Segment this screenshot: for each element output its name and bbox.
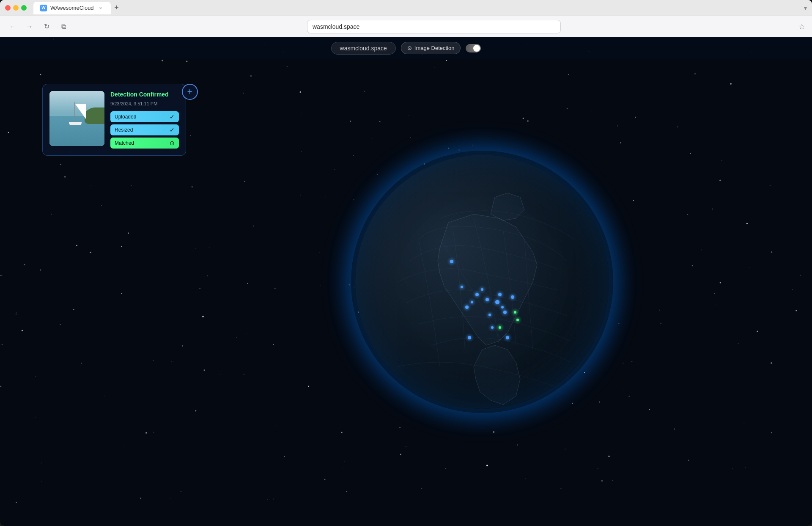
- close-traffic-light[interactable]: [5, 5, 11, 11]
- minimize-traffic-light[interactable]: [13, 5, 19, 11]
- new-tab-button[interactable]: +: [111, 2, 123, 14]
- svg-point-186: [105, 225, 105, 225]
- svg-point-167: [301, 113, 302, 113]
- back-button[interactable]: ←: [7, 21, 19, 33]
- address-bar[interactable]: wasmcloud.space: [307, 20, 561, 33]
- svg-point-78: [665, 176, 666, 177]
- svg-point-226: [749, 267, 749, 268]
- svg-point-170: [800, 275, 801, 275]
- svg-point-100: [674, 428, 675, 430]
- svg-point-150: [273, 344, 274, 345]
- svg-point-58: [434, 67, 435, 67]
- globe-dot: [495, 300, 499, 304]
- svg-point-45: [364, 91, 365, 92]
- status-pills: Uploaded ✓ Resized ✓ Matched ⊙: [110, 111, 179, 149]
- tabs-button[interactable]: ⧉: [58, 21, 69, 33]
- svg-point-24: [486, 465, 488, 466]
- svg-point-219: [16, 502, 16, 503]
- matched-search-icon: ⊙: [170, 140, 175, 146]
- svg-point-158: [421, 488, 422, 489]
- svg-point-224: [612, 480, 612, 481]
- svg-point-14: [771, 362, 772, 364]
- svg-point-5: [121, 246, 122, 247]
- svg-point-120: [299, 91, 301, 93]
- svg-point-199: [353, 155, 354, 156]
- svg-point-130: [614, 189, 614, 189]
- svg-point-129: [24, 264, 25, 265]
- svg-point-17: [568, 74, 569, 75]
- svg-point-94: [16, 312, 17, 313]
- toggle-knob: [473, 45, 480, 52]
- svg-point-211: [400, 454, 401, 455]
- svg-point-213: [181, 491, 181, 492]
- address-bar-container: wasmcloud.space: [74, 20, 793, 33]
- tab-close-button[interactable]: ×: [97, 5, 104, 11]
- svg-point-139: [625, 249, 625, 250]
- theme-toggle[interactable]: [466, 44, 481, 52]
- globe-dot: [481, 288, 483, 291]
- svg-point-6: [202, 316, 204, 317]
- image-detection-button[interactable]: ⊙ Image Detection: [401, 42, 461, 54]
- svg-point-162: [601, 480, 603, 482]
- svg-point-117: [410, 137, 411, 138]
- svg-point-63: [517, 444, 518, 446]
- svg-point-177: [196, 248, 196, 248]
- svg-point-227: [203, 369, 205, 371]
- svg-point-149: [190, 135, 191, 136]
- svg-point-95: [301, 151, 302, 152]
- svg-point-190: [274, 288, 275, 289]
- forward-button[interactable]: →: [24, 21, 36, 33]
- svg-point-50: [1, 275, 3, 276]
- svg-point-168: [192, 186, 193, 187]
- svg-point-137: [195, 410, 197, 412]
- globe-dot: [486, 298, 489, 301]
- maximize-traffic-light[interactable]: [21, 5, 27, 11]
- svg-point-138: [716, 305, 717, 306]
- svg-point-31: [350, 121, 351, 122]
- svg-point-210: [153, 360, 154, 361]
- globe-dot: [488, 314, 491, 316]
- svg-point-51: [73, 309, 74, 310]
- browser-content: wasmcloud.space ⊙ Image Detection: [0, 37, 812, 526]
- reload-button[interactable]: ↻: [41, 21, 52, 33]
- svg-point-85: [635, 117, 636, 118]
- svg-point-44: [170, 498, 170, 498]
- svg-point-179: [688, 460, 689, 461]
- uploaded-label: Uploaded: [115, 114, 136, 120]
- svg-point-15: [649, 409, 650, 410]
- add-button[interactable]: +: [182, 84, 198, 100]
- svg-point-42: [472, 145, 473, 146]
- svg-point-55: [744, 422, 744, 423]
- svg-point-228: [276, 425, 277, 426]
- uploaded-check-icon: ✓: [170, 113, 175, 120]
- svg-point-21: [406, 446, 406, 447]
- svg-point-182: [458, 149, 460, 151]
- bookmark-button[interactable]: ☆: [798, 22, 805, 31]
- svg-point-206: [320, 252, 320, 253]
- globe-dot: [461, 286, 463, 288]
- svg-point-222: [35, 417, 36, 418]
- globe: [355, 155, 609, 409]
- svg-point-125: [532, 82, 532, 83]
- browser-tab[interactable]: W WAwesomeCloud ×: [33, 2, 111, 14]
- status-resized-pill: Resized ✓: [110, 124, 179, 135]
- svg-point-178: [51, 214, 52, 215]
- globe-container: [355, 155, 609, 409]
- globe-dot: [475, 293, 479, 296]
- svg-point-109: [744, 101, 745, 101]
- svg-point-57: [74, 320, 74, 320]
- svg-point-127: [679, 244, 679, 244]
- svg-point-148: [60, 324, 61, 325]
- svg-point-88: [372, 138, 372, 139]
- svg-point-107: [623, 390, 623, 390]
- svg-point-169: [244, 181, 245, 182]
- svg-point-152: [253, 226, 254, 226]
- svg-point-39: [219, 374, 220, 375]
- svg-point-110: [236, 337, 236, 338]
- globe-dot: [503, 311, 507, 314]
- status-matched-pill: Matched ⊙: [110, 138, 179, 149]
- svg-point-104: [209, 248, 210, 248]
- svg-point-93: [325, 196, 326, 197]
- svg-point-133: [591, 112, 592, 112]
- globe-dot: [511, 295, 514, 299]
